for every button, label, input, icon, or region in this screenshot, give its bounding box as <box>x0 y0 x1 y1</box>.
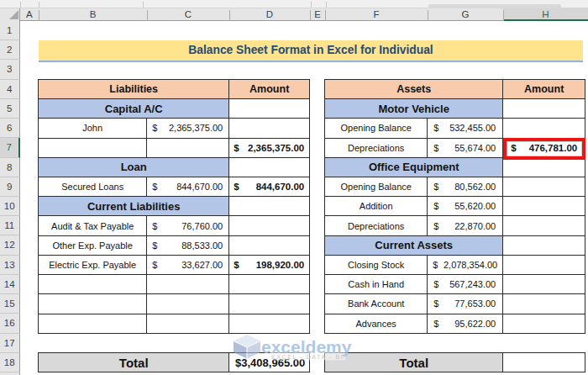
svg-text:EXCEL - DATA - BI: EXCEL - DATA - BI <box>271 354 344 360</box>
